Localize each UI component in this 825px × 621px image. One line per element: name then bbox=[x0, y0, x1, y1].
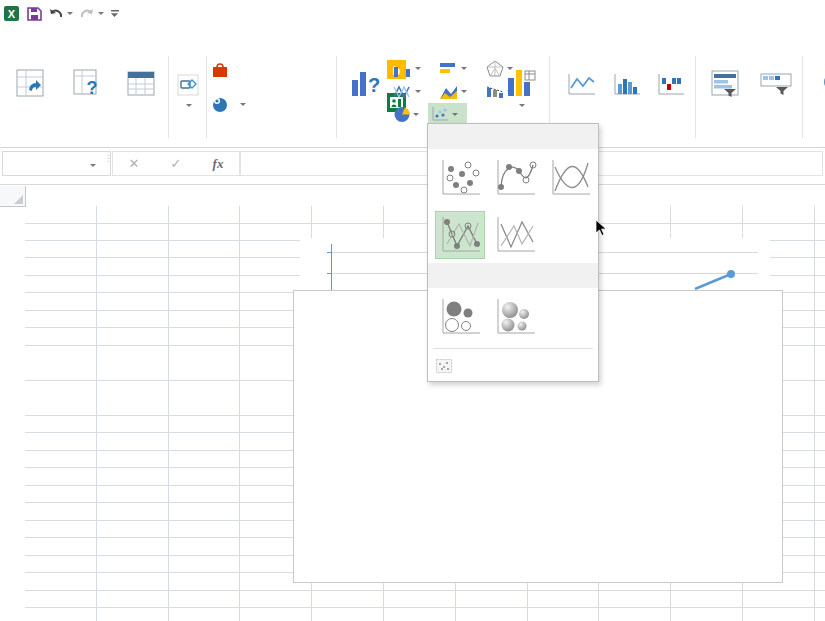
table-button[interactable] bbox=[118, 54, 164, 142]
svg-text:X: X bbox=[8, 8, 16, 20]
scatter-straight-icon bbox=[492, 214, 538, 256]
pivot-chart-icon bbox=[496, 54, 546, 98]
mouse-cursor bbox=[594, 219, 608, 237]
insert-column-chart-button[interactable] bbox=[390, 58, 429, 79]
cancel-icon: ✕ bbox=[129, 156, 140, 171]
column-chart-icon bbox=[393, 61, 413, 77]
scatter-chart-icon bbox=[431, 106, 450, 122]
timeline-icon bbox=[752, 54, 800, 98]
undo-icon[interactable] bbox=[48, 6, 73, 21]
formula-bar-splitter[interactable]: ⋮ bbox=[104, 156, 106, 170]
menu-item-scatter-smooth-markers[interactable] bbox=[490, 154, 540, 202]
ribbon: ? bbox=[0, 52, 825, 148]
line-chart-icon bbox=[393, 84, 413, 100]
menu-section-bubble bbox=[428, 263, 598, 288]
menu-item-more-scatter[interactable] bbox=[428, 352, 598, 381]
hyperlink-icon bbox=[806, 54, 825, 98]
menu-item-scatter-smooth[interactable] bbox=[545, 154, 595, 202]
my-apps-icon bbox=[212, 96, 229, 113]
timeline-button[interactable] bbox=[752, 54, 800, 142]
group-separator bbox=[206, 56, 207, 138]
group-separator bbox=[695, 56, 696, 138]
undo-caret[interactable] bbox=[67, 12, 73, 18]
menu-section-scatter bbox=[428, 124, 598, 149]
menu-row bbox=[428, 288, 598, 345]
illustrations-caret bbox=[186, 104, 192, 110]
sparkline-winloss-icon bbox=[650, 54, 692, 98]
menu-item-scatter-straight-markers[interactable] bbox=[435, 211, 485, 259]
excel-window: X ? bbox=[0, 0, 825, 621]
menu-row bbox=[428, 206, 598, 263]
insert-bar-chart-button[interactable] bbox=[436, 58, 475, 79]
bar-chart-caret bbox=[461, 67, 467, 73]
recommended-charts-icon: ? bbox=[340, 54, 392, 98]
svg-text:?: ? bbox=[87, 78, 98, 98]
my-apps-caret[interactable] bbox=[240, 103, 246, 109]
pivot-table-icon bbox=[4, 54, 56, 98]
insert-pie-chart-button[interactable] bbox=[390, 104, 429, 125]
insert-area-chart-button[interactable] bbox=[436, 81, 475, 102]
formula-buttons: ✕ ✓ fx bbox=[112, 151, 240, 176]
more-scatter-icon bbox=[436, 359, 452, 373]
insert-function-icon[interactable]: fx bbox=[213, 156, 224, 172]
select-all-corner[interactable] bbox=[0, 186, 26, 207]
menu-separator bbox=[433, 348, 593, 349]
bar-chart-icon bbox=[439, 61, 459, 77]
area-chart-icon bbox=[439, 84, 459, 100]
menu-item-scatter-straight[interactable] bbox=[490, 211, 540, 259]
line-chart-caret bbox=[415, 90, 421, 96]
column-chart-caret bbox=[415, 67, 421, 73]
group-separator bbox=[168, 56, 169, 138]
svg-text:?: ? bbox=[368, 74, 380, 96]
menu-item-bubble[interactable] bbox=[435, 293, 485, 341]
scatter-chart-caret bbox=[452, 113, 458, 119]
slicer-button[interactable] bbox=[700, 54, 750, 142]
shapes-icon bbox=[172, 54, 204, 98]
pivot-table-button[interactable] bbox=[4, 54, 56, 142]
pie-chart-caret bbox=[413, 113, 419, 119]
slicer-icon bbox=[700, 54, 750, 98]
store-button[interactable] bbox=[212, 62, 234, 79]
formula-bar: ⋮ ✕ ✓ fx bbox=[0, 148, 825, 185]
sparkline-column-icon bbox=[606, 54, 648, 98]
bubble-icon bbox=[437, 296, 483, 338]
my-apps-button[interactable] bbox=[212, 96, 246, 113]
store-icon bbox=[212, 62, 229, 79]
excel-logo-icon: X bbox=[4, 5, 21, 22]
customize-qat-icon[interactable] bbox=[110, 7, 121, 20]
menu-item-bubble-3d[interactable] bbox=[490, 293, 540, 341]
menu-item-scatter[interactable] bbox=[435, 154, 485, 202]
redo-icon bbox=[79, 6, 104, 21]
scatter-straight-markers-icon bbox=[437, 214, 483, 256]
illustrations-button[interactable] bbox=[172, 54, 204, 142]
insert-line-chart-button[interactable] bbox=[390, 81, 429, 102]
enter-icon: ✓ bbox=[171, 156, 182, 171]
sparkline-line-icon bbox=[557, 54, 605, 98]
insert-scatter-chart-button[interactable] bbox=[428, 103, 467, 125]
sparkline-winloss-button[interactable] bbox=[650, 54, 692, 142]
scatter-icon bbox=[437, 157, 483, 199]
pivot-chart-caret bbox=[519, 104, 525, 110]
ribbon-tab-bar bbox=[0, 26, 825, 52]
pie-chart-icon bbox=[393, 106, 411, 123]
menu-row bbox=[428, 149, 598, 206]
redo-caret bbox=[98, 12, 104, 18]
bubble-3d-icon bbox=[492, 296, 538, 338]
worksheet bbox=[0, 186, 825, 621]
scatter-chart-menu bbox=[427, 123, 599, 382]
sparkline-column-button[interactable] bbox=[606, 54, 648, 142]
recommended-pivot-button[interactable]: ? bbox=[56, 54, 118, 142]
title-bar: X bbox=[0, 0, 825, 26]
group-separator bbox=[802, 56, 803, 138]
area-chart-caret bbox=[461, 90, 467, 96]
group-separator bbox=[336, 56, 337, 138]
recommended-pivot-icon: ? bbox=[56, 54, 118, 98]
scatter-smooth-markers-icon bbox=[492, 157, 538, 199]
recommended-charts-button[interactable]: ? bbox=[340, 54, 392, 142]
name-box-caret[interactable] bbox=[90, 164, 96, 170]
table-icon bbox=[118, 54, 164, 98]
scatter-smooth-icon bbox=[547, 157, 593, 199]
hyperlink-button[interactable] bbox=[806, 54, 825, 142]
save-icon[interactable] bbox=[27, 6, 42, 21]
